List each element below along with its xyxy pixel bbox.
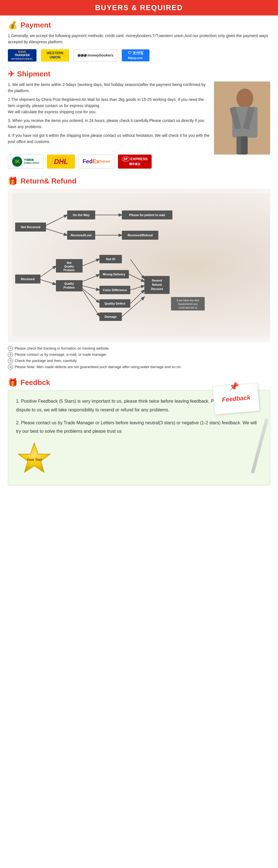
note-item-1: ① Please check the tracking in formation… <box>8 345 270 351</box>
svg-text:On the Way: On the Way <box>73 213 90 217</box>
courier-logos: ✉ 中国邮政CHINA POST DHL FedEx Express SF EX… <box>8 155 270 168</box>
gold-badge-area: Your Text <box>16 441 262 478</box>
svg-text:Not Received: Not Received <box>21 225 40 229</box>
svg-text:Quality Defect: Quality Defect <box>104 302 125 305</box>
payment-section: 💰 Payment 1.Generally, we accept the fol… <box>0 16 278 64</box>
note-item-2: ② Please contact us by meesage, e-mail, … <box>8 351 270 358</box>
feedback-text-2: 2. Please contact us by Trade Manager or… <box>16 419 262 436</box>
fedex-logo: FedEx Express <box>78 155 114 168</box>
svg-text:Wrong Delivery: Wrong Delivery <box>103 273 126 276</box>
header-title: BUYERS & REQUIRED <box>95 3 183 12</box>
feedback-pin-decoration: 📌 <box>229 382 239 391</box>
shipment-person-image <box>214 82 270 155</box>
svg-text:requirements you: requirements you <box>178 303 198 305</box>
shipment-icon: ✈ <box>8 69 14 79</box>
feedback-card-text: Feedback <box>221 394 250 404</box>
svg-text:Not fit: Not fit <box>106 257 115 261</box>
return-title: 🎁 Return& Refund <box>8 177 270 186</box>
feedback-icon: 🎁 <box>8 378 18 387</box>
feedback-section: 🎁 Feedbck Feedback 📌 1. Positive Feedbac… <box>0 373 278 491</box>
svg-text:If you have any else: If you have any else <box>177 299 199 302</box>
shipment-section: ✈ Shipment 1. We will sent the items wit… <box>0 64 278 172</box>
svg-text:Resend: Resend <box>152 279 162 282</box>
svg-point-1 <box>237 89 253 108</box>
gold-star-badge: Your Text <box>16 441 53 478</box>
note-item-4: ④ Please Note: Men made defects are not … <box>8 364 270 370</box>
svg-text:Not: Not <box>67 261 72 265</box>
badge-text: Your Text <box>27 458 42 462</box>
payment-logos: BANKTRANSFERINTERNATIONAL WESTERNUNION ◉… <box>8 49 270 62</box>
svg-text:Quality: Quality <box>64 282 74 285</box>
payment-title: 💰 Payment <box>8 21 270 30</box>
bank-transfer-logo: BANKTRANSFERINTERNATIONAL <box>8 49 36 62</box>
alipay-logo: 🛡 支付宝Alipay.com <box>121 49 150 62</box>
shipment-title: ✈ Shipment <box>8 69 270 79</box>
svg-text:Color Difference: Color Difference <box>103 288 127 292</box>
svg-text:Problem: Problem <box>64 269 75 272</box>
moneybookers-logo: ◉◉◉ moneybookers <box>74 49 117 62</box>
svg-text:Problem: Problem <box>64 286 75 289</box>
western-union-logo: WESTERNUNION <box>41 49 69 62</box>
note-item-3: ③ Check the package and Item, carefully. <box>8 358 270 364</box>
note-circle-1: ① <box>8 346 13 351</box>
svg-text:Damage: Damage <box>105 315 117 318</box>
return-section: 🎁 Return& Refund Not Received On the Way… <box>0 172 278 373</box>
feedback-main-box: Feedback 📌 1. Positive Feedback (5 Stars… <box>8 390 270 486</box>
svg-text:Received/Lost: Received/Lost <box>71 234 92 237</box>
svg-rect-6 <box>241 136 248 155</box>
note-circle-2: ② <box>8 352 13 357</box>
return-icon: 🎁 <box>8 177 18 186</box>
svg-text:Please be patient to wait: Please be patient to wait <box>129 213 165 217</box>
note-circle-3: ③ <box>8 358 13 363</box>
sf-express-logo: SF EXPRESS顺丰速运 <box>118 155 152 168</box>
return-notes: ① Please check the tracking in formation… <box>8 345 270 370</box>
svg-text:Quality: Quality <box>64 265 74 268</box>
note-circle-4: ④ <box>8 365 13 370</box>
chinapost-logo: ✉ 中国邮政CHINA POST <box>8 155 43 168</box>
payment-text: 1.Generally, we accept the following pay… <box>8 33 270 45</box>
page-header: BUYERS & REQUIRED <box>0 0 278 16</box>
svg-text:Refund: Refund <box>152 283 162 286</box>
payment-icon: 💰 <box>8 21 18 30</box>
svg-text:Discount: Discount <box>151 287 163 290</box>
chinapost-emblem: ✉ <box>12 156 22 167</box>
dhl-logo: DHL <box>47 155 75 168</box>
flow-diagram: Not Received On the Way Please be patien… <box>8 189 270 342</box>
svg-text:could also tell us: could also tell us <box>179 306 198 309</box>
svg-text:Received/Refund: Received/Refund <box>128 234 152 237</box>
svg-text:Received: Received <box>21 277 35 281</box>
svg-rect-33 <box>56 280 82 291</box>
